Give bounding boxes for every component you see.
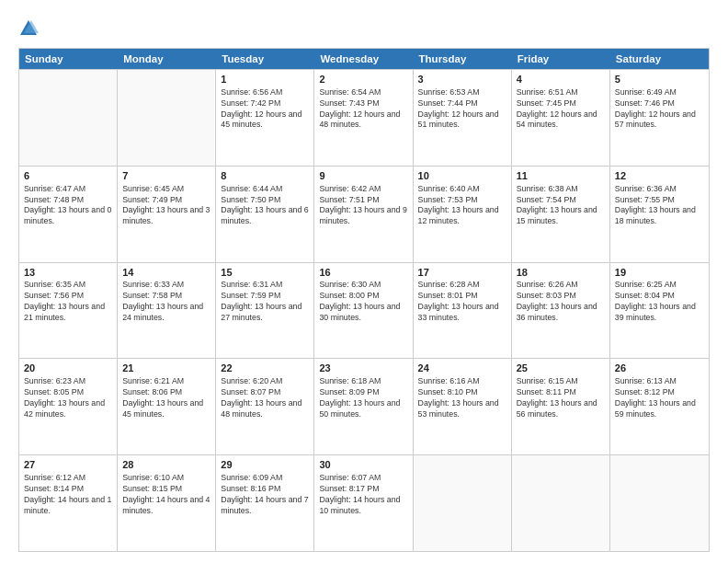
day-info: Sunrise: 6:12 AM Sunset: 8:14 PM Dayligh… <box>24 473 112 517</box>
day-number: 4 <box>517 73 605 86</box>
calendar-week: 27Sunrise: 6:12 AM Sunset: 8:14 PM Dayli… <box>19 454 709 551</box>
day-info: Sunrise: 6:45 AM Sunset: 7:49 PM Dayligh… <box>122 184 210 228</box>
day-info: Sunrise: 6:10 AM Sunset: 8:15 PM Dayligh… <box>122 473 210 517</box>
day-number: 1 <box>221 73 309 86</box>
day-number: 3 <box>418 73 506 86</box>
day-info: Sunrise: 6:49 AM Sunset: 7:46 PM Dayligh… <box>615 87 704 132</box>
calendar-cell: 16Sunrise: 6:30 AM Sunset: 8:00 PM Dayli… <box>314 263 413 359</box>
day-info: Sunrise: 6:13 AM Sunset: 8:12 PM Dayligh… <box>615 376 704 420</box>
calendar-cell: 20Sunrise: 6:23 AM Sunset: 8:05 PM Dayli… <box>19 359 118 454</box>
calendar-cell: 1Sunrise: 6:56 AM Sunset: 7:42 PM Daylig… <box>216 70 314 166</box>
calendar-week: 1Sunrise: 6:56 AM Sunset: 7:42 PM Daylig… <box>19 69 709 166</box>
day-info: Sunrise: 6:30 AM Sunset: 8:00 PM Dayligh… <box>319 280 407 324</box>
calendar: SundayMondayTuesdayWednesdayThursdayFrid… <box>18 48 710 552</box>
day-number: 9 <box>319 169 407 183</box>
calendar-cell: 28Sunrise: 6:10 AM Sunset: 8:15 PM Dayli… <box>118 455 216 551</box>
calendar-week: 20Sunrise: 6:23 AM Sunset: 8:05 PM Dayli… <box>19 358 709 454</box>
calendar-header-cell: Friday <box>512 49 610 69</box>
day-info: Sunrise: 6:31 AM Sunset: 7:59 PM Dayligh… <box>221 280 309 324</box>
calendar-header-cell: Sunday <box>19 49 118 69</box>
day-info: Sunrise: 6:35 AM Sunset: 7:56 PM Dayligh… <box>24 280 112 324</box>
day-number: 6 <box>24 169 112 183</box>
day-number: 13 <box>24 266 112 280</box>
calendar-cell: 23Sunrise: 6:18 AM Sunset: 8:09 PM Dayli… <box>314 359 413 454</box>
day-number: 14 <box>122 266 210 280</box>
calendar-cell: 10Sunrise: 6:40 AM Sunset: 7:53 PM Dayli… <box>414 167 512 262</box>
calendar-header-cell: Saturday <box>610 49 709 69</box>
calendar-cell: 15Sunrise: 6:31 AM Sunset: 7:59 PM Dayli… <box>216 263 314 359</box>
calendar-cell: 3Sunrise: 6:53 AM Sunset: 7:44 PM Daylig… <box>414 70 512 166</box>
page: SundayMondayTuesdayWednesdayThursdayFrid… <box>0 0 728 563</box>
calendar-cell: 4Sunrise: 6:51 AM Sunset: 7:45 PM Daylig… <box>512 70 610 166</box>
calendar-cell: 27Sunrise: 6:12 AM Sunset: 8:14 PM Dayli… <box>19 455 118 551</box>
calendar-header-cell: Wednesday <box>314 49 413 69</box>
calendar-cell: 22Sunrise: 6:20 AM Sunset: 8:07 PM Dayli… <box>216 359 314 454</box>
day-info: Sunrise: 6:09 AM Sunset: 8:16 PM Dayligh… <box>221 473 309 517</box>
calendar-header-cell: Monday <box>118 49 216 69</box>
calendar-cell: 24Sunrise: 6:16 AM Sunset: 8:10 PM Dayli… <box>414 359 512 454</box>
day-info: Sunrise: 6:56 AM Sunset: 7:42 PM Dayligh… <box>221 87 309 132</box>
calendar-cell: 25Sunrise: 6:15 AM Sunset: 8:11 PM Dayli… <box>512 359 610 454</box>
calendar-cell: 8Sunrise: 6:44 AM Sunset: 7:50 PM Daylig… <box>216 167 314 262</box>
day-number: 7 <box>122 169 210 183</box>
day-info: Sunrise: 6:26 AM Sunset: 8:03 PM Dayligh… <box>517 280 605 324</box>
day-info: Sunrise: 6:07 AM Sunset: 8:17 PM Dayligh… <box>319 473 407 517</box>
logo <box>18 17 42 39</box>
calendar-header-cell: Thursday <box>414 49 512 69</box>
day-info: Sunrise: 6:28 AM Sunset: 8:01 PM Dayligh… <box>418 280 506 324</box>
day-number: 12 <box>615 169 704 183</box>
calendar-cell: 7Sunrise: 6:45 AM Sunset: 7:49 PM Daylig… <box>118 167 216 262</box>
day-number: 16 <box>319 266 407 280</box>
day-number: 27 <box>24 458 112 472</box>
calendar-cell: 5Sunrise: 6:49 AM Sunset: 7:46 PM Daylig… <box>610 70 709 166</box>
calendar-cell: 19Sunrise: 6:25 AM Sunset: 8:04 PM Dayli… <box>610 263 709 359</box>
day-number: 24 <box>418 362 506 375</box>
calendar-cell <box>118 70 216 166</box>
day-info: Sunrise: 6:18 AM Sunset: 8:09 PM Dayligh… <box>319 376 407 420</box>
calendar-cell: 6Sunrise: 6:47 AM Sunset: 7:48 PM Daylig… <box>19 167 118 262</box>
calendar-cell: 11Sunrise: 6:38 AM Sunset: 7:54 PM Dayli… <box>512 167 610 262</box>
calendar-cell <box>512 455 610 551</box>
day-info: Sunrise: 6:20 AM Sunset: 8:07 PM Dayligh… <box>221 376 309 420</box>
calendar-cell: 21Sunrise: 6:21 AM Sunset: 8:06 PM Dayli… <box>118 359 216 454</box>
day-number: 25 <box>517 362 605 375</box>
day-info: Sunrise: 6:42 AM Sunset: 7:51 PM Dayligh… <box>319 184 407 228</box>
day-number: 21 <box>122 362 210 375</box>
calendar-cell <box>19 70 118 166</box>
day-number: 5 <box>615 73 704 86</box>
day-info: Sunrise: 6:44 AM Sunset: 7:50 PM Dayligh… <box>221 184 309 228</box>
day-number: 28 <box>122 458 210 472</box>
header <box>18 17 710 39</box>
day-number: 2 <box>319 73 407 86</box>
day-info: Sunrise: 6:33 AM Sunset: 7:58 PM Dayligh… <box>122 280 210 324</box>
day-info: Sunrise: 6:16 AM Sunset: 8:10 PM Dayligh… <box>418 376 506 420</box>
day-number: 17 <box>418 266 506 280</box>
calendar-cell: 17Sunrise: 6:28 AM Sunset: 8:01 PM Dayli… <box>414 263 512 359</box>
calendar-cell: 18Sunrise: 6:26 AM Sunset: 8:03 PM Dayli… <box>512 263 610 359</box>
day-number: 29 <box>221 458 309 472</box>
day-info: Sunrise: 6:40 AM Sunset: 7:53 PM Dayligh… <box>418 184 506 228</box>
day-info: Sunrise: 6:38 AM Sunset: 7:54 PM Dayligh… <box>517 184 605 228</box>
day-info: Sunrise: 6:21 AM Sunset: 8:06 PM Dayligh… <box>122 376 210 420</box>
calendar-week: 6Sunrise: 6:47 AM Sunset: 7:48 PM Daylig… <box>19 166 709 262</box>
calendar-cell <box>414 455 512 551</box>
day-number: 8 <box>221 169 309 183</box>
calendar-cell: 14Sunrise: 6:33 AM Sunset: 7:58 PM Dayli… <box>118 263 216 359</box>
day-info: Sunrise: 6:51 AM Sunset: 7:45 PM Dayligh… <box>517 87 605 132</box>
day-info: Sunrise: 6:53 AM Sunset: 7:44 PM Dayligh… <box>418 87 506 132</box>
day-info: Sunrise: 6:36 AM Sunset: 7:55 PM Dayligh… <box>615 184 704 228</box>
day-info: Sunrise: 6:23 AM Sunset: 8:05 PM Dayligh… <box>24 376 112 420</box>
day-info: Sunrise: 6:47 AM Sunset: 7:48 PM Dayligh… <box>24 184 112 228</box>
day-info: Sunrise: 6:15 AM Sunset: 8:11 PM Dayligh… <box>517 376 605 420</box>
day-number: 19 <box>615 266 704 280</box>
day-number: 23 <box>319 362 407 375</box>
day-number: 20 <box>24 362 112 375</box>
day-number: 15 <box>221 266 309 280</box>
day-number: 26 <box>615 362 704 375</box>
calendar-cell <box>610 455 709 551</box>
calendar-week: 13Sunrise: 6:35 AM Sunset: 7:56 PM Dayli… <box>19 262 709 359</box>
day-number: 30 <box>319 458 407 472</box>
logo-icon <box>18 18 39 39</box>
calendar-body: 1Sunrise: 6:56 AM Sunset: 7:42 PM Daylig… <box>19 69 709 551</box>
day-number: 11 <box>517 169 605 183</box>
